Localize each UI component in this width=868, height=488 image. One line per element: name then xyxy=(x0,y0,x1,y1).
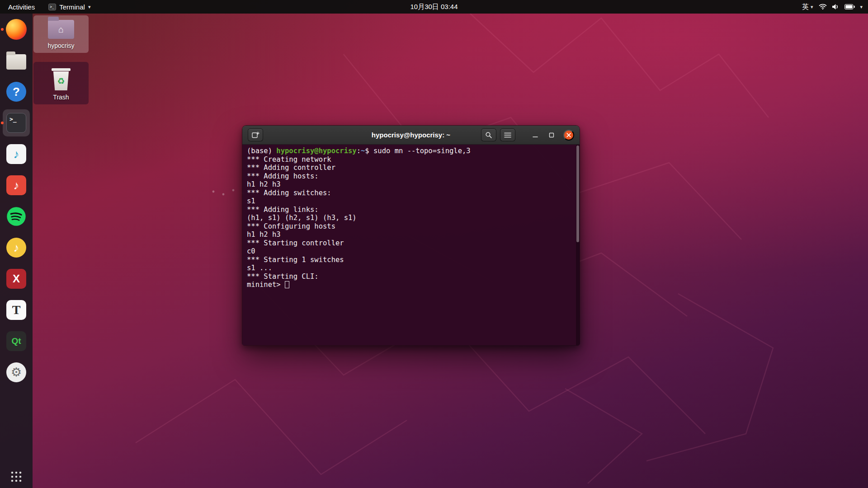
running-indicator xyxy=(1,28,4,31)
close-icon xyxy=(566,132,571,138)
titlebar-controls xyxy=(481,128,580,141)
terminal-line: s1 xyxy=(247,197,575,206)
wifi-icon xyxy=(819,4,827,10)
close-button[interactable] xyxy=(563,130,574,141)
terminal-line: *** Starting CLI: xyxy=(247,272,575,281)
files-icon xyxy=(6,54,26,70)
music-note-icon: ♪ xyxy=(6,238,26,258)
show-applications-button[interactable] xyxy=(10,471,22,484)
system-tray[interactable]: 英 ▾ ▾ xyxy=(802,0,868,14)
app-grid-icon xyxy=(10,471,22,483)
terminal-icon: >_ xyxy=(6,113,26,133)
terminal-line: (h1, s1) (h2, s1) (h3, s1) xyxy=(247,214,575,222)
input-method-indicator[interactable]: 英 ▾ xyxy=(802,3,813,11)
app-menu[interactable]: >_ Terminal ▾ xyxy=(43,0,96,14)
dock-item-help[interactable]: ? xyxy=(3,78,30,105)
prompt-user-host: hypocrisy@hypocrisy xyxy=(276,147,356,155)
input-method-label: 英 xyxy=(802,3,809,11)
terminal-mini-icon: >_ xyxy=(48,4,56,10)
terminal-line: *** Adding switches: xyxy=(247,189,575,197)
dock-item-music-player-red[interactable]: ♪ xyxy=(3,172,30,199)
terminal-line: h1 h2 h3 xyxy=(247,230,575,239)
trash-icon: ♻ xyxy=(52,68,71,90)
chevron-down-icon: ▾ xyxy=(88,4,91,10)
dock-item-firefox[interactable] xyxy=(3,16,30,43)
menu-button[interactable] xyxy=(500,128,515,141)
battery-icon xyxy=(844,4,855,9)
dock-item-settings[interactable]: ⚙ xyxy=(3,359,30,386)
terminal-line: *** Adding links: xyxy=(247,206,575,214)
firefox-icon xyxy=(6,19,27,40)
dock-item-qt-creator[interactable]: Qt xyxy=(3,328,30,355)
mininet-prompt: mininet> xyxy=(247,281,285,289)
terminal-window: hypocrisy@hypocrisy: ~ xyxy=(242,125,580,346)
desktop-icon-home-folder[interactable]: ⌂ hypocrisy xyxy=(33,15,89,53)
new-tab-button[interactable] xyxy=(248,128,263,141)
terminal-line: h1 h2 h3 xyxy=(247,180,575,189)
volume-icon xyxy=(832,4,840,10)
dock-item-files[interactable] xyxy=(3,47,30,74)
dock: ? >_ ♪ ♪ ♪ X T Qt ⚙ xyxy=(0,14,33,488)
x-app-icon: X xyxy=(6,269,26,289)
conda-env: (base) xyxy=(247,147,276,155)
desktop-icon-label: Trash xyxy=(53,94,69,101)
maximize-button[interactable] xyxy=(545,129,558,141)
home-emblem-icon: ⌂ xyxy=(58,25,64,34)
music-note-icon: ♪ xyxy=(6,144,26,164)
scrollbar-thumb[interactable] xyxy=(576,145,579,242)
typed-command: sudo mn --topo=single,3 xyxy=(373,147,471,155)
top-bar-left: Activities >_ Terminal ▾ xyxy=(0,0,96,14)
minimize-icon xyxy=(532,132,538,138)
dock-item-x-app[interactable]: X xyxy=(3,265,30,292)
terminal-line: *** Configuring hosts xyxy=(247,222,575,231)
running-indicator xyxy=(1,122,4,124)
terminal-line: c0 xyxy=(247,247,575,256)
terminal-cursor xyxy=(285,281,289,288)
new-tab-icon xyxy=(252,131,259,138)
search-icon xyxy=(485,131,492,139)
desktop-icon-label: hypocrisy xyxy=(47,42,74,49)
terminal-line: s1 ... xyxy=(247,264,575,272)
dock-item-music-player-yellow[interactable]: ♪ xyxy=(3,234,30,261)
spotify-icon xyxy=(6,206,26,226)
terminal-output-area[interactable]: (base) hypocrisy@hypocrisy:~$ sudo mn --… xyxy=(242,145,580,346)
search-button[interactable] xyxy=(481,128,496,141)
home-folder-icon: ⌂ xyxy=(48,20,74,39)
app-menu-label: Terminal xyxy=(59,3,85,11)
text-editor-icon: T xyxy=(6,300,26,320)
recycle-emblem-icon: ♻ xyxy=(57,76,65,86)
hamburger-menu-icon xyxy=(504,132,511,138)
terminal-scrollbar[interactable] xyxy=(576,145,580,346)
top-bar: Activities >_ Terminal ▾ 10月30日 03:44 英 … xyxy=(0,0,868,14)
desktop-icon-trash[interactable]: ♻ Trash xyxy=(33,62,89,104)
dock-item-music-player-white[interactable]: ♪ xyxy=(3,141,30,168)
chevron-down-icon: ▾ xyxy=(811,4,813,10)
trash-lid xyxy=(52,68,71,71)
terminal-line: *** Starting controller xyxy=(247,239,575,248)
terminal-titlebar[interactable]: hypocrisy@hypocrisy: ~ xyxy=(242,126,580,145)
prompt-colon: : xyxy=(357,147,361,155)
chevron-down-icon: ▾ xyxy=(860,4,863,10)
dock-item-terminal[interactable]: >_ xyxy=(3,109,30,136)
desktop-wallpaper: ⌂ hypocrisy ♻ Trash hypocrisy@hypocrisy:… xyxy=(0,0,868,488)
trash-body: ♻ xyxy=(52,71,70,90)
dock-item-text-editor[interactable]: T xyxy=(3,296,30,324)
activities-button[interactable]: Activities xyxy=(0,0,43,14)
terminal-line: *** Adding controller xyxy=(247,164,575,172)
clock[interactable]: 10月30日 03:44 xyxy=(405,0,463,14)
help-icon: ? xyxy=(6,82,26,102)
music-note-icon: ♪ xyxy=(6,175,26,195)
gear-icon: ⚙ xyxy=(6,362,26,382)
dock-item-spotify[interactable] xyxy=(3,203,30,230)
maximize-icon xyxy=(548,132,555,138)
terminal-line: *** Creating network xyxy=(247,155,575,164)
prompt-path: ~ xyxy=(361,147,365,155)
minimize-button[interactable] xyxy=(529,129,542,141)
terminal-line: *** Starting 1 switches xyxy=(247,256,575,264)
terminal-line: *** Adding hosts: xyxy=(247,172,575,181)
terminal-cli-line: mininet> xyxy=(247,281,575,289)
qt-icon: Qt xyxy=(6,331,26,351)
prompt-dollar: $ xyxy=(365,147,373,155)
status-icons: ▾ xyxy=(819,4,863,10)
terminal-prompt-line: (base) hypocrisy@hypocrisy:~$ sudo mn --… xyxy=(247,147,575,155)
